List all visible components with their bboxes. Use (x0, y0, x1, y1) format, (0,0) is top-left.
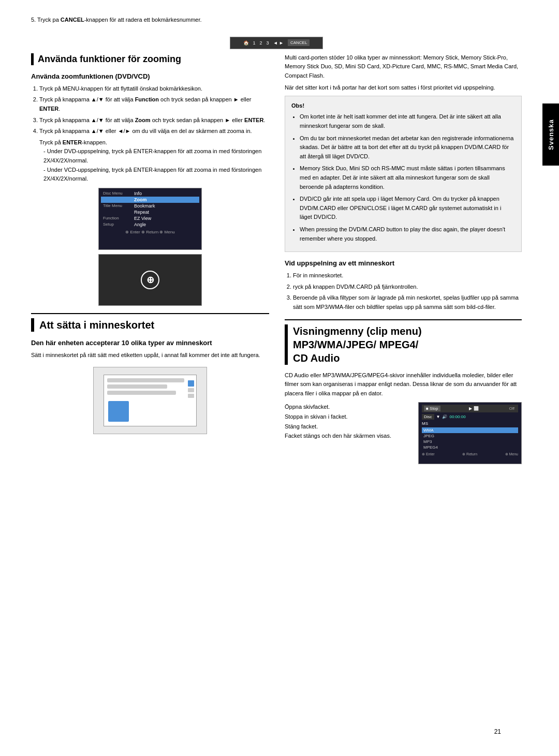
clip-menu-body: CD Audio eller MP3/WMA/JPEG/MPEG4-skivor… (285, 371, 522, 398)
zoom-section-heading: Använda funktioner för zooming (31, 53, 269, 65)
obs-item-2: Om du tar bort minneskortet medan det ar… (300, 134, 515, 161)
memory-body: Sätt i minneskortet på rätt sätt med eti… (31, 351, 269, 360)
clip-stop-label: ■ Stop (424, 406, 440, 411)
right-column: Multi card-porten stöder 10 olika typer … (285, 53, 522, 718)
card-bars (107, 378, 193, 395)
clip-off-label: Off (507, 406, 516, 411)
clip-screen-shows: Facket stängs och den här skärmen visas. (285, 431, 410, 441)
zoom-step-3: Tryck på knapparna ▲/▼ för att välja Zoo… (39, 116, 269, 125)
top-note-text: 5. Tryck pa CANCEL-knappen för att rader… (31, 17, 202, 23)
priority-text: När det sitter kort i två portar har det… (285, 83, 522, 93)
clip-list: WMA JPEG MP3 MPEG4 (422, 427, 518, 450)
vid-step-1: För in minneskortet. (293, 271, 522, 280)
clip-close-tray: Stäng facket. (285, 422, 410, 432)
menu-row-ezview: Function EZ View (101, 215, 199, 221)
obs-list: Om kortet inte är helt isatt kommer det … (291, 112, 515, 243)
multi-card-text: Multi card-porten stöder 10 olika typer … (285, 53, 522, 81)
clip-middle: Disc ▼ 🔊 00:00:00 (422, 414, 518, 420)
memory-section-heading: Att sätta i minneskortet (31, 318, 269, 332)
vid-step-2: ryck på knappen DVD/M.CARD på fjärrkontr… (293, 283, 522, 292)
two-col-layout: Använda funktioner för zooming Använda z… (31, 53, 522, 718)
menu-nav-bar: ⊕ Enter ⊕ Return ⊕ Menu (101, 230, 199, 234)
divider-memory (31, 313, 269, 314)
clip-top-bar: ■ Stop ▶ ⬜ Off (422, 405, 518, 412)
sidebar-label: Svenska (542, 103, 559, 166)
zoom-step-4: Tryck på knapparna ▲/▼ eller ◄/► om du v… (39, 127, 269, 136)
zoom-step-1: Tryck på MENU-knappen för att flyttatill… (39, 84, 269, 94)
page: Svenska 5. Tryck pa CANCEL-knappen för a… (0, 0, 559, 756)
vid-step-3: Beroende på vilka filtyper som är lagrad… (293, 293, 522, 312)
clip-menu-area: Öppna skivfacket. Stoppa in skivan i fac… (285, 402, 522, 464)
left-column: Använda funktioner för zooming Använda z… (31, 53, 269, 718)
clip-list-mp3: MP3 (422, 439, 518, 444)
clip-ui-screenshot: ■ Stop ▶ ⬜ Off Disc ▼ 🔊 00:00:00 MS (418, 402, 522, 464)
clip-menu-heading: Visningmenny (clip menu) MP3/WMA/JPEG/ M… (285, 324, 522, 365)
menu-row-info: Disc Menu Info (101, 190, 199, 197)
obs-title: Obs! (291, 101, 515, 111)
top-note: 5. Tryck pa CANCEL-knappen för att rader… (31, 16, 207, 24)
clip-list-jpeg: JPEG (422, 433, 518, 439)
menu-screenshot: Disc Menu Info Zoom Title Menu Bookmark … (98, 188, 202, 250)
clip-list-wma: WMA (422, 427, 518, 433)
zoom-screenshot: ⊕ (98, 254, 202, 306)
clip-ms: MS (422, 421, 428, 426)
clip-open-tray: Öppna skivfacket. (285, 402, 410, 412)
memory-sub-heading: Den här enheten accepterar 10 olika type… (31, 339, 269, 347)
main-content: 5. Tryck pa CANCEL-knappen för att rader… (0, 0, 542, 756)
menu-row-bookmark: Title Menu Bookmark (101, 203, 199, 209)
obs-item-3: Memory Stick Duo, Mini SD och RS-MMC mus… (300, 164, 515, 191)
vid-steps: För in minneskortet. ryck på knappen DVD… (285, 271, 522, 312)
clip-insert-disc: Stoppa in skivan i facket. (285, 412, 410, 422)
zoom-icon: ⊕ (141, 271, 159, 289)
obs-item-1: Om kortet inte är helt isatt kommer det … (300, 112, 515, 130)
clip-time: 00:00:00 (449, 414, 465, 419)
card-inner (104, 375, 197, 426)
vid-heading: Vid uppspelning av ett minneskort (285, 259, 522, 267)
obs-box: Obs! Om kortet inte är helt isatt kommer… (285, 96, 522, 252)
clip-text: Öppna skivfacket. Stoppa in skivan i fac… (285, 402, 410, 441)
obs-item-4: DVD/CD går inte att spela upp i läget Me… (300, 195, 515, 222)
card-screenshot (93, 367, 207, 434)
card-image (108, 401, 129, 422)
zoom-sub-heading: Använda zoomfunktionen (DVD/VCD) (31, 72, 269, 80)
zoom-steps: Tryck på MENU-knappen för att flyttatill… (31, 84, 269, 184)
menu-row-zoom: Zoom (101, 197, 199, 203)
clip-list-mpeg4: MPEG4 (422, 444, 518, 450)
clip-nav-bar: ⊕ Enter ⊕ Return ⊕ Menu (422, 452, 518, 456)
divider-clip (285, 319, 522, 320)
clip-ms-label: MS (422, 421, 518, 426)
card-side-indicators (188, 380, 194, 398)
clip-disc-label: Disc (422, 414, 434, 420)
menu-row-repeat: Repeat (101, 209, 199, 215)
obs-item-5: When pressing the DVD/M.CARD button to p… (300, 225, 515, 243)
zoom-step-2: Tryck på knapparna ▲/▼ för att välja Fun… (39, 95, 269, 113)
menu-row-angle: Setup Angle (101, 221, 199, 228)
cancel-bar-image: 🏠 1 2 3 ◄ ► CANCEL (230, 37, 323, 49)
memory-sub-section: Den här enheten accepterar 10 olika type… (31, 339, 269, 360)
page-number: 21 (31, 728, 522, 735)
